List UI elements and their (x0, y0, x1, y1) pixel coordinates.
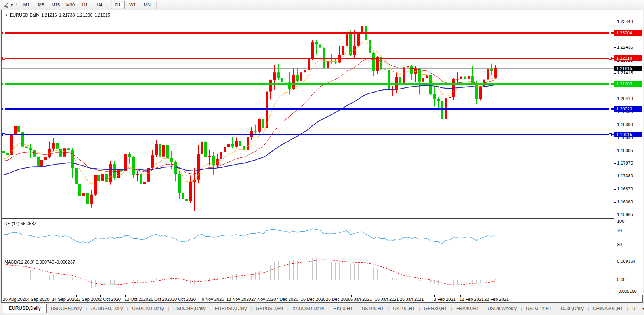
horizontal-line-1.20023[interactable] (2, 108, 614, 110)
chart-tab-audusd-daily[interactable]: AUDUSD,Daily (87, 305, 127, 313)
horizontal-line-1.21002[interactable] (2, 83, 614, 85)
axis-tick-mark (614, 231, 616, 231)
chart-symbol: EURUSD,Daily (10, 13, 39, 17)
chart-tab-china300-h1[interactable]: CHINA300,H1 (589, 305, 627, 313)
chart-tab-xauusd-daily[interactable]: XAUUSD,Daily (289, 305, 328, 313)
axis-tick-mark (614, 262, 616, 262)
macd-tick-label: 0.00 (617, 277, 625, 282)
date-axis: 26 Aug 20204 Sep 202014 Sep 202023 Sep 2… (2, 295, 642, 302)
rsi-label: RSI(14) 56.0637 (4, 221, 36, 226)
axis-tick-mark (614, 189, 616, 190)
price-tick-label: 1.22435 (617, 45, 633, 49)
ohlc-low: 1.21206 (76, 13, 92, 17)
timeframe-button-m1[interactable]: M1 (19, 1, 33, 9)
timeframe-button-m15[interactable]: M15 (49, 1, 63, 9)
chart-tab-usdchf-daily[interactable]: USDCHF,Daily (47, 305, 86, 313)
line-handle[interactable] (2, 32, 5, 34)
date-label: 7 Dec 2020 (276, 297, 298, 302)
date-label: 30 Oct 2020 (172, 297, 196, 302)
chart-tab-uk100-h1[interactable]: UK100,H1 (389, 305, 419, 313)
pane-splitter-macd[interactable] (2, 257, 614, 258)
date-label: 4 Sep 2020 (27, 297, 49, 302)
timeframe-button-h1[interactable]: H1 (78, 1, 92, 9)
ohlc-open: 1.21216 (41, 13, 57, 17)
price-tick-label: 1.23440 (617, 19, 633, 24)
axis-tick-mark (614, 245, 616, 245)
toolbar-grip[interactable] (16, 2, 17, 8)
chart-tab-hk50-h1[interactable]: HK50,H1 (329, 305, 357, 313)
horizontal-line-1.19015[interactable] (2, 134, 614, 135)
chart-tab-usdcnh-daily[interactable]: USDCNH,Daily (169, 305, 209, 313)
tool-dropdown-caret-icon[interactable]: ▼ (10, 3, 13, 7)
chart-tab-gbpusd-h4[interactable]: GBPUSD,H4 (252, 305, 287, 313)
chart-tab-ger30-h1[interactable]: GER30,H1 (420, 305, 451, 313)
price-tick-label: 1.18385 (617, 148, 633, 153)
pane-splitter-rsi[interactable] (2, 218, 614, 220)
chart-tab-eurusd-daily[interactable]: EURUSD,Daily (211, 305, 251, 313)
ohlc-high: 1.21738 (59, 13, 75, 17)
toolbar-separator (156, 2, 157, 9)
axis-tick-mark (614, 215, 616, 215)
price-tick-label: 1.17380 (617, 173, 633, 178)
sr-price-tag: 1.21002 (614, 81, 642, 87)
line-handle[interactable] (609, 108, 612, 110)
axis-tick-mark (614, 138, 616, 138)
chart-tab-usdcad-daily[interactable]: USDCAD,Daily (128, 305, 168, 313)
axis-tick-mark (614, 151, 616, 151)
horizontal-line-1.22010[interactable] (2, 58, 614, 59)
price-chart-canvas[interactable] (2, 10, 614, 302)
chart-tab-usdjpy-h1[interactable]: USDJPY,H1 (522, 305, 555, 313)
timeframe-button-m30[interactable]: M30 (63, 1, 77, 9)
line-handle[interactable] (2, 83, 5, 85)
chart-tab-fra40-h1[interactable]: FRA40,H1 (452, 305, 482, 313)
line-handle[interactable] (609, 133, 612, 136)
timeframe-button-mn[interactable]: MN (140, 1, 154, 9)
date-label: 18 Nov 2020 (226, 297, 251, 302)
axis-tick-mark (614, 280, 616, 280)
rsi-tick-label: 30 (617, 242, 622, 247)
date-label: 2 Oct 2020 (99, 297, 121, 302)
date-label: 15 Jan 2021 (375, 297, 399, 302)
axis-tick-mark (614, 73, 616, 74)
price-tick-label: 1.20410 (617, 96, 633, 101)
trendline-cursor-icon[interactable] (2, 2, 10, 9)
sr-price-tag: 1.22010 (614, 55, 642, 61)
timeframe-button-w1[interactable]: W1 (126, 1, 140, 9)
horizontal-line-1.23004[interactable] (2, 32, 614, 34)
timeframe-button-h4[interactable]: H4 (93, 1, 107, 9)
timeframe-button-m5[interactable]: M5 (34, 1, 48, 9)
line-handle[interactable] (2, 57, 5, 60)
line-handle[interactable] (609, 57, 612, 60)
date-label: 27 Nov 2020 (251, 297, 276, 302)
chart-tab-u[interactable]: U (628, 305, 640, 313)
symbol-dropdown-icon[interactable]: ▼ (4, 13, 8, 17)
toolbar-separator (109, 2, 109, 9)
price-tick-label: 1.15865 (617, 212, 633, 217)
macd-label: MACD(12,26,9) 0.000745 -0.000237 (4, 260, 75, 264)
date-label: 14 Sep 2020 (52, 297, 76, 302)
timeframe-button-d1[interactable]: D1 (111, 1, 125, 9)
price-tick-label: 1.17875 (617, 161, 633, 165)
sr-price-tag: 1.19015 (614, 132, 642, 137)
line-handle[interactable] (609, 83, 612, 85)
axis-tick-mark (614, 202, 616, 203)
chart-tabs-bar: EURUSD,DailyUSDCHF,Daily|AUDUSD,Daily|US… (0, 303, 644, 313)
axis-tick-mark (614, 222, 616, 222)
axis-tick-mark (614, 125, 616, 125)
line-handle[interactable] (2, 108, 5, 110)
chart-tab-uk100-h1[interactable]: UK100,H1 (358, 305, 388, 313)
chart-tab-dj30-daily[interactable]: DJ30,Daily (557, 305, 588, 313)
date-label: 12 Oct 2020 (124, 297, 148, 302)
chart-tab-usoil-weekly[interactable]: USOil,Weekly (483, 305, 521, 313)
rsi-tick-label: 100 (617, 219, 624, 224)
current-price-tag: 1.21615 (614, 66, 642, 71)
top-toolbar: ▼ M1M5M15M30H1H4D1W1MN (0, 0, 644, 10)
tab-scroll-left-icon[interactable]: ◄ (640, 307, 644, 313)
chart-title: ▼EURUSD,Daily1.212161.217381.212061.2161… (4, 13, 112, 17)
date-label: 9 Nov 2020 (202, 297, 224, 302)
line-handle[interactable] (609, 32, 612, 34)
line-handle[interactable] (2, 133, 5, 136)
rsi-tick-label: 70 (617, 228, 622, 233)
axis-tick-mark (614, 163, 616, 164)
chart-tab-eurusd-daily[interactable]: EURUSD,Daily (3, 304, 47, 313)
